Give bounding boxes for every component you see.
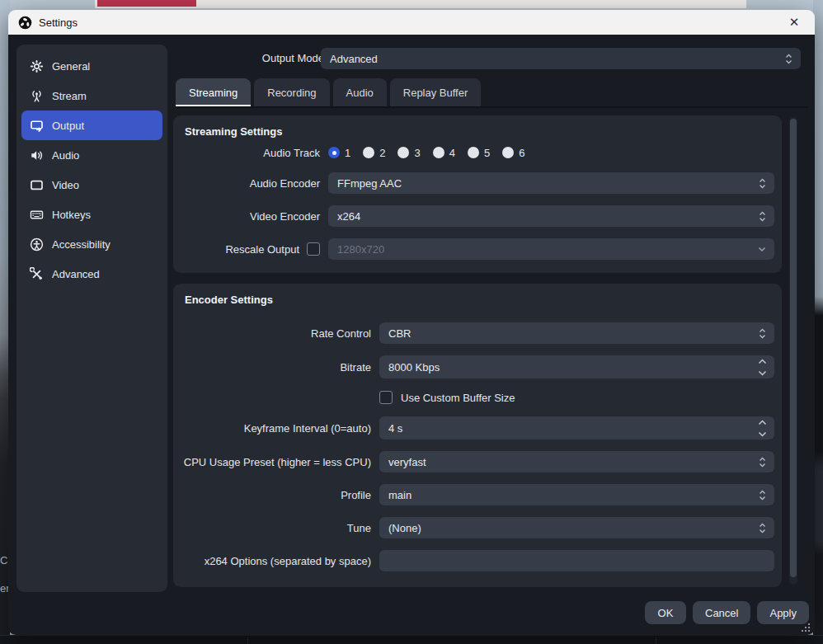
speaker-icon [30, 148, 44, 162]
rescale-output-label: Rescale Output [225, 243, 299, 256]
video-encoder-select[interactable]: x264 [328, 205, 774, 227]
profile-label: Profile [173, 489, 371, 501]
spinner-arrows-icon[interactable] [755, 490, 769, 501]
cancel-button[interactable]: Cancel [693, 601, 750, 624]
sidebar: General Stream Output Audio Video Hotkey… [16, 45, 167, 592]
keyframe-interval-label: Keyframe Interval (0=auto) [173, 422, 371, 435]
chevron-down-icon[interactable] [755, 247, 769, 252]
radio-icon[interactable] [502, 147, 514, 158]
streaming-settings-panel: Streaming Settings Audio Track 1 2 3 4 5… [173, 115, 782, 273]
keyframe-interval-spinbox[interactable]: 4 s [379, 416, 774, 440]
scrollbar-thumb[interactable] [790, 119, 797, 577]
titlebar[interactable]: Settings ✕ [8, 10, 815, 35]
output-mode-select[interactable]: Advanced [321, 48, 801, 69]
spinner-arrows-icon[interactable] [755, 359, 769, 376]
sidebar-item-advanced[interactable]: Advanced [21, 259, 162, 289]
ok-button[interactable]: OK [645, 601, 686, 624]
sidebar-item-label: Advanced [52, 268, 100, 280]
sidebar-item-label: Accessibility [52, 238, 111, 251]
sidebar-item-stream[interactable]: Stream [21, 81, 162, 110]
sidebar-item-label: Stream [52, 90, 87, 102]
bitrate-label: Bitrate [173, 361, 371, 374]
video-encoder-label: Video Encoder [173, 210, 320, 223]
radio-track-5[interactable]: 5 [468, 147, 490, 159]
sidebar-item-label: Audio [52, 149, 79, 162]
spinner-arrows-icon[interactable] [781, 54, 796, 64]
radio-track-2[interactable]: 2 [363, 147, 385, 159]
bitrate-spinbox[interactable]: 8000 Kbps [379, 355, 774, 378]
radio-track-4[interactable]: 4 [433, 147, 455, 159]
encoder-settings-panel: Encoder Settings Rate Control CBR Bitrat… [173, 284, 782, 587]
background-divider [656, 637, 656, 644]
panel-title: Encoder Settings [185, 294, 782, 306]
vertical-scrollbar[interactable] [789, 117, 797, 585]
tools-icon [30, 267, 44, 281]
sidebar-item-accessibility[interactable]: Accessibility [21, 229, 162, 259]
panel-title: Streaming Settings [185, 125, 782, 138]
tab-audio[interactable]: Audio [333, 78, 387, 106]
radio-icon[interactable] [328, 147, 340, 158]
accessibility-icon [30, 237, 44, 251]
sidebar-item-hotkeys[interactable]: Hotkeys [21, 200, 162, 229]
cpu-preset-label: CPU Usage Preset (higher = less CPU) [173, 456, 371, 468]
spinner-arrows-icon[interactable] [755, 523, 769, 534]
rate-control-label: Rate Control [173, 327, 371, 340]
spinner-arrows-icon[interactable] [755, 457, 769, 468]
resize-grip[interactable] [802, 623, 811, 632]
sidebar-item-video[interactable]: Video [21, 170, 162, 200]
sidebar-item-output[interactable]: Output [21, 110, 162, 140]
dialog-body: General Stream Output Audio Video Hotkey… [8, 35, 815, 635]
profile-select[interactable]: main [379, 484, 774, 505]
audio-encoder-select[interactable]: FFmpeg AAC [328, 172, 774, 194]
radio-icon[interactable] [468, 147, 479, 158]
x264-options-label: x264 Options (separated by space) [173, 555, 371, 567]
output-mode-row: Output Mode Advanced [8, 48, 815, 69]
rate-control-select[interactable]: CBR [379, 322, 774, 344]
spinner-arrows-icon[interactable] [755, 211, 769, 222]
close-icon[interactable]: ✕ [783, 12, 805, 32]
output-icon [30, 119, 44, 133]
rescale-output-checkbox[interactable] [307, 242, 320, 256]
tab-streaming[interactable]: Streaming [176, 78, 251, 106]
x264-options-field-wrap [379, 550, 774, 571]
tune-select[interactable]: (None) [379, 517, 774, 538]
window-title: Settings [39, 16, 78, 29]
apply-button[interactable]: Apply [757, 601, 809, 624]
background-bottom-strip [0, 635, 823, 644]
custom-buffer-label: Use Custom Buffer Size [401, 392, 515, 404]
output-mode-label: Output Mode [262, 48, 324, 69]
keyboard-icon [30, 208, 44, 222]
sidebar-item-label: Video [52, 179, 79, 191]
broadcast-icon [30, 89, 44, 103]
rescale-resolution-select[interactable]: 1280x720 [328, 238, 774, 260]
radio-track-6[interactable]: 6 [502, 147, 524, 159]
sidebar-item-label: Output [52, 120, 84, 132]
x264-options-input[interactable] [379, 550, 774, 571]
spinner-arrows-icon[interactable] [755, 420, 769, 437]
radio-icon[interactable] [363, 147, 374, 158]
custom-buffer-checkbox[interactable] [379, 391, 393, 404]
spinner-arrows-icon[interactable] [755, 178, 769, 189]
radio-track-1[interactable]: 1 [328, 147, 350, 159]
radio-track-3[interactable]: 3 [397, 147, 420, 159]
display-icon [30, 178, 44, 192]
radio-icon[interactable] [433, 147, 444, 158]
sidebar-item-audio[interactable]: Audio [21, 140, 162, 170]
background-red-bar [97, 0, 196, 7]
obs-logo-icon [18, 16, 32, 30]
tune-label: Tune [173, 522, 371, 534]
audio-track-label: Audio Track [173, 147, 320, 159]
output-tabbar: Streaming Recording Audio Replay Buffer [176, 78, 808, 108]
sidebar-item-label: Hotkeys [52, 209, 91, 221]
settings-dialog: Settings ✕ General Stream Output Audio [8, 10, 815, 635]
audio-track-radio-group: 1 2 3 4 5 6 [328, 147, 774, 159]
spinner-arrows-icon[interactable] [755, 328, 769, 339]
footer-buttons: OK Cancel Apply [8, 601, 809, 624]
tab-replay-buffer[interactable]: Replay Buffer [390, 78, 482, 106]
radio-icon[interactable] [397, 147, 409, 158]
tab-recording[interactable]: Recording [254, 78, 329, 106]
background-divider [247, 637, 248, 644]
cpu-preset-select[interactable]: veryfast [379, 451, 774, 472]
audio-encoder-label: Audio Encoder [173, 177, 320, 190]
